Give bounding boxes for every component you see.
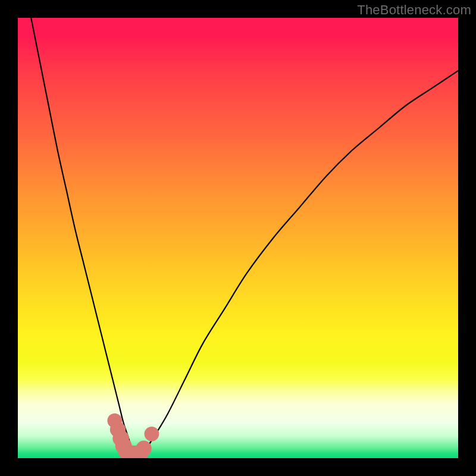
plot-area: [18, 18, 458, 458]
curve-line: [31, 18, 458, 454]
curve-marker: [136, 441, 152, 456]
curve-markers: [107, 414, 159, 458]
outer-frame: TheBottleneck.com: [0, 0, 476, 476]
curve-marker: [145, 427, 159, 441]
watermark-text: TheBottleneck.com: [357, 2, 471, 18]
chart-svg: [18, 18, 458, 458]
